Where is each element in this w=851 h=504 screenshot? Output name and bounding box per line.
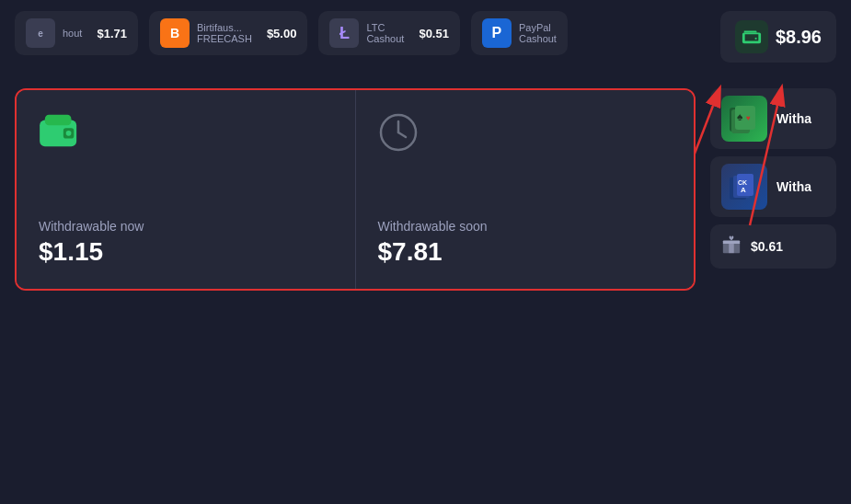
clock-card-icon <box>378 112 673 156</box>
right-panel: ♠ ♥ Witha CK A Witha <box>710 88 836 291</box>
cashout-item-2[interactable]: Ł LTC Cashout $0.51 <box>318 11 460 55</box>
svg-rect-23 <box>723 240 740 244</box>
wallet-icon <box>735 20 768 53</box>
cashout-amount-1: $5.00 <box>267 27 297 40</box>
withdrawable-soon-value: $7.81 <box>378 237 673 267</box>
withdrawable-soon-label: Withdrawable soon <box>378 219 673 234</box>
cashout-info-1: Birtifaus... FREECASH <box>197 22 252 44</box>
game-item-1[interactable]: CK A Witha <box>710 156 836 217</box>
gift-icon <box>721 235 742 259</box>
game-item-0[interactable]: ♠ ♥ Witha <box>710 88 836 149</box>
svg-line-10 <box>398 132 406 137</box>
balance-display: $8.96 <box>776 27 822 48</box>
game-thumb-1: CK A <box>721 164 767 210</box>
withdrawable-now-label: Withdrawable now <box>39 219 333 234</box>
game-thumb-0: ♠ ♥ <box>721 96 767 142</box>
cashout-name-3: PayPal <box>519 22 557 33</box>
cashout-type-0: hout <box>63 28 82 39</box>
cashout-info-0: hout <box>63 28 82 39</box>
cashout-name-1: Birtifaus... <box>197 22 252 33</box>
cashout-item-1[interactable]: B Birtifaus... FREECASH $5.00 <box>149 11 307 55</box>
balance-panel: Withdrawable now $1.15 Withdrawable soon… <box>15 88 696 291</box>
svg-point-7 <box>66 131 72 136</box>
cashout-name-2: LTC <box>366 22 404 33</box>
withdrawable-now-card: Withdrawable now $1.15 <box>17 90 355 289</box>
cashout-type-2: Cashout <box>366 33 404 44</box>
cashout-info-3: PayPal Cashout <box>519 22 557 44</box>
cashout-amount-2: $0.51 <box>419 27 449 40</box>
withdrawable-now-value: $1.15 <box>39 237 333 267</box>
cashout-item-0[interactable]: e hout $1.71 <box>15 11 138 55</box>
cashout-icon-1: B <box>160 18 190 48</box>
cashout-type-1: FREECASH <box>197 33 252 44</box>
cashout-icon-3: P <box>482 18 512 48</box>
svg-rect-5 <box>45 115 72 125</box>
svg-text:♠: ♠ <box>737 110 743 123</box>
game-label-1: Witha <box>776 179 811 194</box>
cashout-item-3[interactable]: P PayPal Cashout <box>471 11 568 55</box>
cashout-type-3: Cashout <box>519 33 557 44</box>
svg-text:A: A <box>741 186 746 194</box>
cashout-icon-0: e <box>26 18 55 48</box>
cashout-info-2: LTC Cashout <box>366 22 404 44</box>
withdrawable-soon-card: Withdrawable soon $7.81 <box>355 90 695 289</box>
game-label-0: Witha <box>776 111 811 126</box>
wallet-button[interactable]: $8.96 <box>720 11 836 63</box>
svg-text:CK: CK <box>738 179 747 186</box>
gift-amount: $0.61 <box>751 239 783 254</box>
cashout-icon-2: Ł <box>329 18 359 48</box>
svg-text:♥: ♥ <box>746 114 751 122</box>
gift-item[interactable]: $0.61 <box>710 224 836 269</box>
main-content: Withdrawable now $1.15 Withdrawable soon… <box>0 74 851 305</box>
cashout-amount-0: $1.71 <box>97 27 127 40</box>
wallet-card-icon <box>39 112 333 153</box>
